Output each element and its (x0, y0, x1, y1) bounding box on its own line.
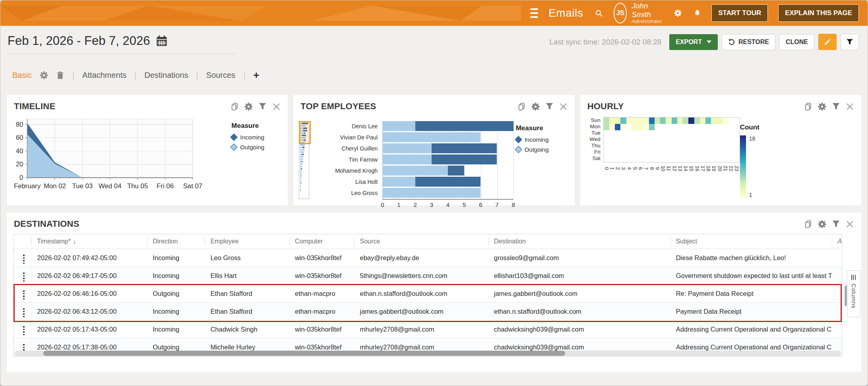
column-header-subject[interactable]: Subject (670, 234, 832, 249)
table-row[interactable]: 2026-02-02 06:43:12-05:00IncomingEthan S… (14, 303, 842, 320)
close-icon[interactable] (846, 220, 854, 228)
cell-computer[interactable]: win-035khor8tef (289, 320, 355, 338)
copy-icon[interactable] (517, 102, 526, 111)
settings-icon[interactable] (674, 7, 682, 19)
cell-computer[interactable]: ethan-macpro (289, 303, 355, 320)
column-header-direction[interactable]: Direction (147, 234, 205, 249)
filter-icon[interactable] (832, 102, 840, 111)
close-icon[interactable] (846, 102, 854, 111)
heatmap-cell[interactable] (615, 118, 620, 124)
column-header-timestamp[interactable]: Timestamp*↓ (31, 234, 147, 249)
heatmap-cell[interactable] (637, 118, 643, 124)
cell-employee[interactable]: Ethan Stafford (205, 285, 289, 303)
heatmap-cell[interactable] (620, 124, 626, 130)
clone-button[interactable]: CLONE (779, 34, 814, 50)
heatmap-cell[interactable] (604, 118, 609, 124)
heatmap-cell[interactable] (626, 118, 632, 124)
gear-icon[interactable] (818, 102, 826, 111)
overview-selection[interactable] (299, 121, 311, 144)
horizontal-scrollbar-thumb[interactable] (43, 351, 565, 356)
bar-segment-outgoing[interactable] (382, 166, 448, 176)
filter-icon[interactable] (832, 220, 840, 228)
cell-computer[interactable]: win-035khor8tef (289, 249, 355, 267)
row-menu-button[interactable] (20, 307, 28, 319)
heatmap-cell[interactable] (620, 118, 626, 124)
close-icon[interactable] (272, 102, 281, 111)
column-header-destination[interactable]: Destination (488, 234, 670, 249)
cell-employee[interactable]: Ethan Stafford (205, 303, 289, 320)
heatmap-cell[interactable] (609, 118, 615, 124)
table-row[interactable]: 2026-02-02 07:49:42-05:00IncomingLeo Gro… (14, 249, 842, 267)
cell-computer[interactable]: win-035khor8tef (289, 267, 355, 285)
heatmap-cell[interactable] (688, 118, 694, 124)
heatmap-cell[interactable] (655, 118, 660, 124)
heatmap-cell[interactable] (711, 118, 717, 124)
column-header-computer[interactable]: Computer (289, 234, 355, 249)
heatmap-cell[interactable] (700, 118, 705, 124)
explain-page-button[interactable]: EXPLAIN THIS PAGE (778, 4, 859, 22)
cell-employee[interactable]: Chadwick Singh (205, 320, 289, 338)
bar-segment-incoming[interactable] (448, 166, 464, 176)
row-menu-button[interactable] (20, 253, 28, 265)
heatmap-cell[interactable] (705, 118, 711, 124)
heatmap-cell[interactable] (643, 124, 649, 130)
heatmap-cell[interactable] (694, 118, 700, 124)
heatmap-cell[interactable] (672, 118, 677, 124)
bar-segment-incoming[interactable] (415, 121, 513, 131)
bar-segment-outgoing[interactable] (382, 188, 480, 198)
bar-segment-incoming[interactable] (415, 177, 481, 187)
heatmap-cell[interactable] (660, 118, 666, 124)
tab-basic[interactable]: Basic (12, 71, 32, 80)
tab-sources[interactable]: Sources (206, 71, 235, 80)
heatmap-cell[interactable] (717, 118, 723, 124)
row-menu-button[interactable] (20, 271, 28, 283)
user-menu[interactable]: John Smith Administrator (632, 2, 662, 25)
bar-segment-outgoing[interactable] (382, 143, 431, 153)
heatmap-cell[interactable] (649, 118, 655, 124)
tab-settings-icon[interactable] (40, 71, 48, 79)
heatmap-cell[interactable] (609, 124, 615, 130)
search-icon[interactable] (595, 7, 603, 19)
cell-employee[interactable]: Ellis Hart (205, 267, 289, 285)
filter-icon[interactable] (258, 102, 267, 111)
heatmap-cell[interactable] (632, 118, 637, 124)
bar-segment-outgoing[interactable] (382, 121, 415, 131)
edit-button[interactable] (818, 34, 837, 50)
bar-segment-outgoing[interactable] (382, 154, 431, 164)
bar-chart-overview[interactable] (299, 121, 309, 199)
add-tab-button[interactable]: + (253, 71, 259, 79)
heatmap-cell[interactable] (604, 124, 609, 130)
heatmap-cell[interactable] (637, 124, 643, 130)
tab-delete-icon[interactable] (56, 71, 64, 79)
row-menu-button[interactable] (20, 324, 28, 337)
cell-computer[interactable]: ethan-macpro (289, 285, 355, 303)
bar-segment-incoming[interactable] (432, 154, 497, 164)
restore-button[interactable]: RESTORE (722, 34, 775, 50)
copy-icon[interactable] (231, 102, 239, 111)
notifications-icon[interactable] (694, 7, 701, 19)
bar-segment-outgoing[interactable] (382, 177, 415, 187)
close-icon[interactable] (559, 102, 568, 111)
filter-icon[interactable] (545, 102, 554, 111)
gear-icon[interactable] (244, 102, 253, 111)
heatmap-cell[interactable] (666, 118, 671, 124)
tab-destinations[interactable]: Destinations (144, 71, 188, 80)
heatmap-cell[interactable] (649, 124, 655, 130)
filter-button[interactable] (841, 34, 859, 50)
table-row[interactable]: 2026-02-02 05:17:43-05:00IncomingChadwic… (14, 320, 842, 338)
row-menu-button[interactable] (20, 289, 28, 301)
gear-icon[interactable] (531, 102, 540, 111)
table-row[interactable]: 2026-02-02 06:49:17-05:00IncomingEllis H… (14, 267, 842, 285)
column-header-source[interactable]: Source (354, 234, 488, 249)
copy-icon[interactable] (804, 220, 812, 228)
heatmap-cell[interactable] (632, 124, 637, 130)
tab-attachments[interactable]: Attachments (82, 71, 126, 80)
start-tour-button[interactable]: START TOUR (711, 4, 768, 22)
heatmap-cell[interactable] (723, 118, 728, 124)
column-header-employee[interactable]: Employee (205, 234, 289, 249)
heatmap-cell[interactable] (643, 118, 649, 124)
avatar[interactable]: JS (614, 3, 627, 23)
cell-employee[interactable]: Leo Gross (205, 249, 289, 267)
bar-segment-outgoing[interactable] (382, 132, 480, 142)
bar-segment-incoming[interactable] (432, 143, 497, 153)
